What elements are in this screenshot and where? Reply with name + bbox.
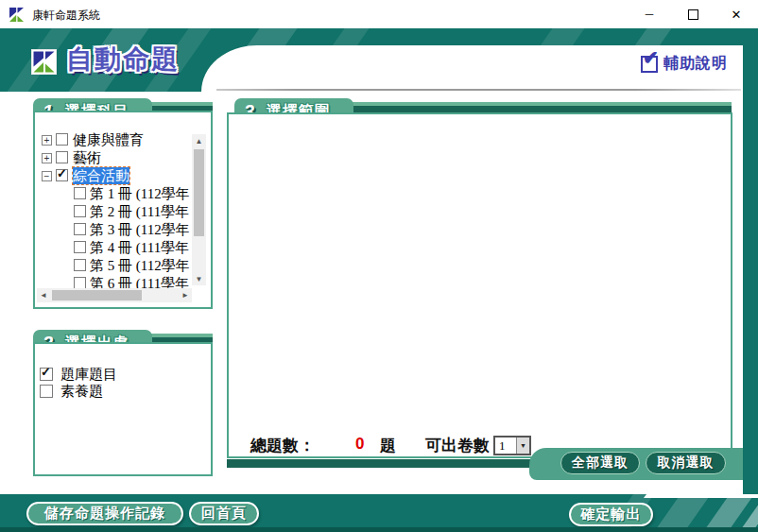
source-panel: [33, 342, 213, 476]
scroll-down-icon[interactable]: ▼: [192, 272, 206, 285]
header-white-band: ✔ 輔助說明: [201, 45, 743, 92]
tree-item-label[interactable]: 健康與體育: [73, 131, 144, 148]
tree-row: 第 2 冊 (111學年: [35, 203, 192, 221]
check-icon: ✓: [41, 366, 51, 378]
vertical-scroll-thumb[interactable]: [194, 149, 204, 236]
tree-row: 第 5 冊 (112學年: [35, 257, 192, 275]
horizontal-scroll-thumb[interactable]: [52, 290, 142, 300]
scroll-up-icon[interactable]: ▲: [192, 134, 206, 147]
page-title: 自動命題: [66, 42, 180, 77]
tree-checkbox[interactable]: [74, 259, 86, 271]
minimize-button[interactable]: ─: [628, 0, 671, 28]
tree-checkbox[interactable]: [74, 187, 86, 199]
minimize-icon: ─: [646, 8, 654, 21]
deselect-button[interactable]: 取消選取: [646, 452, 726, 474]
tree-row: +健康與體育: [35, 131, 192, 149]
tree-checkbox[interactable]: [74, 241, 86, 253]
titlebar: 康軒命題系統 ─ ✕: [0, 0, 758, 28]
tree-row: −✓綜合活動: [35, 167, 192, 185]
range-panel: [227, 112, 732, 458]
footer-bottom-line: [0, 527, 758, 532]
option-checkbox[interactable]: [40, 385, 53, 398]
maximize-icon: [688, 9, 698, 20]
collapse-minus-icon[interactable]: −: [42, 171, 52, 181]
tree-checkbox[interactable]: [74, 277, 86, 288]
select-all-button[interactable]: 全部選取: [560, 452, 640, 474]
combo-dropdown-button[interactable]: ▼: [516, 438, 529, 454]
help-checkbox-icon: ✔: [641, 56, 658, 73]
header: 自動命題 ✔ 輔助說明: [0, 28, 758, 92]
expand-plus-icon[interactable]: +: [42, 153, 52, 163]
help-label: 輔助說明: [663, 54, 728, 74]
app-logo-icon-large: [31, 49, 57, 75]
tree-item-label[interactable]: 第 2 冊 (111學年: [90, 203, 189, 220]
tree-checkbox[interactable]: ✓: [56, 169, 68, 181]
total-questions-label: 總題數：: [250, 435, 315, 456]
help-link[interactable]: ✔ 輔助說明: [641, 54, 728, 74]
tree-checkbox[interactable]: [56, 151, 68, 163]
tree-item-label[interactable]: 第 1 冊 (112學年: [90, 185, 190, 202]
tree-row: 第 6 冊 (111學年: [35, 275, 192, 288]
home-button[interactable]: 回首頁: [189, 502, 259, 525]
save-record-label: 儲存命題操作記錄: [44, 505, 165, 523]
total-questions-value: 0: [355, 435, 364, 454]
tree-item-label[interactable]: 第 6 冊 (111學年: [90, 275, 189, 288]
tree-checkbox[interactable]: [74, 223, 86, 235]
deselect-label: 取消選取: [658, 455, 715, 472]
paper-count-value: 1: [495, 438, 516, 454]
save-record-button[interactable]: 儲存命題操作記錄: [26, 502, 183, 525]
option-label[interactable]: 素養題: [60, 383, 103, 400]
tree-row: 第 1 冊 (112學年: [35, 185, 192, 203]
source-option-row: 素養題: [40, 383, 200, 400]
app-window: 康軒命題系統 ─ ✕ 自動命題 ✔ 輔助說明: [0, 0, 758, 532]
tree-item-label[interactable]: 第 5 冊 (112學年: [90, 257, 190, 274]
questions-unit-label: 題: [380, 435, 396, 456]
subject-tree: +健康與體育+藝術−✓綜合活動第 1 冊 (112學年第 2 冊 (111學年第…: [35, 131, 192, 288]
home-label: 回首頁: [201, 505, 247, 523]
close-button[interactable]: ✕: [715, 0, 758, 28]
check-icon: ✓: [57, 167, 67, 180]
confirm-output-button[interactable]: 確定輸出: [569, 503, 653, 526]
chevron-down-icon: ▼: [520, 442, 526, 449]
option-label[interactable]: 題庫題目: [60, 366, 117, 383]
source-option-row: ✓題庫題目: [40, 366, 200, 383]
confirm-output-label: 確定輸出: [581, 506, 642, 523]
window-title: 康軒命題系統: [32, 8, 100, 24]
paper-count-label: 可出卷數: [425, 435, 490, 456]
app-logo-icon: [9, 7, 25, 23]
scroll-left-icon[interactable]: ◄: [37, 288, 50, 302]
scroll-right-icon[interactable]: ►: [179, 288, 192, 302]
footer: 儲存命題操作記錄 回首頁 確定輸出: [0, 494, 758, 532]
tree-vertical-scrollbar[interactable]: ▲ ▼: [192, 134, 206, 285]
help-check-icon: ✔: [643, 48, 659, 67]
tree-row: +藝術: [35, 149, 192, 167]
expand-plus-icon[interactable]: +: [42, 135, 52, 146]
tree-row: 第 3 冊 (112學年: [35, 221, 192, 239]
select-all-label: 全部選取: [572, 455, 629, 472]
tree-horizontal-scrollbar[interactable]: ◄ ►: [37, 288, 192, 302]
header-divider: [216, 89, 741, 91]
tree-item-label[interactable]: 第 3 冊 (112學年: [90, 221, 190, 238]
tree-item-label[interactable]: 第 4 冊 (111學年: [90, 239, 189, 256]
paper-count-select[interactable]: 1 ▼: [493, 436, 531, 455]
tree-checkbox[interactable]: [56, 133, 68, 146]
maximize-button[interactable]: [671, 0, 715, 28]
tree-item-label[interactable]: 藝術: [73, 149, 101, 166]
option-checkbox[interactable]: ✓: [40, 368, 53, 381]
tree-checkbox[interactable]: [74, 205, 86, 217]
tree-item-label[interactable]: 綜合活動: [73, 167, 129, 184]
close-icon: ✕: [732, 8, 742, 22]
tree-row: 第 4 冊 (111學年: [35, 239, 192, 257]
